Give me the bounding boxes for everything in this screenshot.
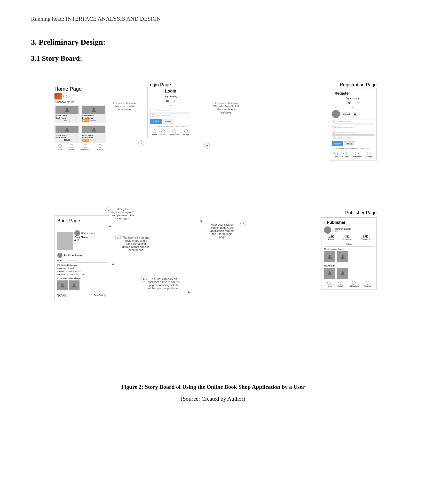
reg-login-link[interactable]: Login here [360, 147, 370, 150]
home-nav-settings[interactable]: Settings [97, 144, 103, 150]
login-submit-btn[interactable]: Submit [150, 119, 162, 124]
home-nav-home[interactable]: Home [58, 144, 62, 150]
reg-camera-icon[interactable]: 📷 [353, 112, 357, 116]
login-header: Login [150, 89, 191, 94]
book-name-3: Book Name [56, 136, 78, 139]
reg-nav-settings[interactable]: Settings [365, 152, 372, 158]
book-page-title: Book Page [57, 218, 107, 224]
reg-nav-home[interactable]: Home [334, 152, 338, 158]
login-register-link[interactable]: Register here [176, 125, 189, 127]
reg-or: OR [332, 106, 374, 109]
reg-signup-label: Signup using [332, 97, 374, 100]
book-publisher-name[interactable]: Publisher Name [64, 254, 82, 257]
section-title: 3. Preliminary Design: [31, 38, 395, 47]
step-6: 6 [141, 276, 147, 282]
running-head: Running head: INTERFACE ANALYSIS AND DES… [31, 16, 395, 22]
reg-have-account: Already have an account? Login here [332, 147, 374, 150]
reg-password-field[interactable]: Enter a password [332, 125, 374, 129]
book-price-tag-2: $8.00 [82, 119, 89, 122]
pub-stat-comments: 312 Comments [342, 235, 352, 240]
book-back-arrow[interactable]: ‹ [57, 225, 107, 229]
login-nav-search[interactable]: Search [160, 129, 166, 135]
book-name-2: Book Name [82, 117, 105, 119]
login-nav-home[interactable]: Home [152, 129, 157, 135]
book-pub-avatar [57, 253, 62, 258]
home-page-title: Home Page [54, 86, 106, 92]
home-book-grid-1: Writer Name Book Name $10.00 Writer Name… [54, 105, 106, 123]
login-facebook-btn[interactable]: f [173, 99, 177, 103]
book-writer-1: Writer Name [56, 114, 78, 117]
also-viewed-img-1[interactable] [57, 280, 68, 290]
book-card-1[interactable]: Writer Name Book Name $10.00 [54, 105, 80, 123]
reg-fullname-field[interactable]: Enter full name [332, 135, 374, 140]
reg-reset-btn[interactable]: Reset [344, 141, 355, 146]
pub-new-label: New books [324, 264, 374, 267]
pub-nav-search[interactable]: Search [337, 281, 343, 287]
book-card-4[interactable]: Writer Name Book Name $8.00 $10.00 [81, 125, 106, 143]
pub-new-book-2[interactable] [337, 268, 348, 279]
reg-nav-notifications[interactable]: Notifications [352, 152, 362, 158]
reg-facebook-btn[interactable]: f [355, 101, 359, 105]
callout-3: After user click on submit button, the a… [199, 223, 246, 239]
login-nav-notifications[interactable]: Notifications [169, 129, 179, 135]
pub-header: Publisher [327, 220, 346, 225]
reg-social-row: G+ f [332, 101, 374, 105]
svg-point-8 [329, 271, 331, 273]
svg-point-0 [66, 108, 68, 110]
hot-list-label: New book hot list [54, 101, 106, 103]
storyboard-container: Home Page New book hot list Writer Name … [31, 73, 395, 373]
book-writer-name: Writer Name [81, 232, 96, 235]
reg-password2-icon [333, 131, 336, 134]
callout-4: Using the registered login ID and passwo… [106, 208, 140, 220]
book-card-3[interactable]: Writer Name Book Name $10.00 [54, 125, 80, 143]
see-cart-btn[interactable]: See Cart 🛒 [93, 294, 107, 297]
pub-pop-book-1[interactable] [324, 251, 335, 262]
home-nav-search[interactable]: Search [69, 144, 74, 150]
pub-nav-settings[interactable]: Settings [365, 281, 371, 287]
pub-stat-followers: 3.7K Followers [361, 235, 369, 240]
customers-viewed-label: Customers also viewed [57, 277, 107, 280]
login-page-label: Login Page [147, 82, 171, 88]
book-price-orig-4: $10.00 [90, 139, 96, 141]
login-password-field[interactable]: Enter password [150, 113, 191, 118]
pub-nav-home[interactable]: Home [327, 281, 332, 287]
login-btn-row: Submit Reset [150, 119, 191, 124]
arrow-4: ▲ [108, 224, 112, 228]
reg-password2-field[interactable]: Enter password again [332, 130, 374, 135]
pub-new-book-1[interactable] [324, 268, 335, 279]
reg-nav-search[interactable]: Search [342, 152, 348, 158]
email-icon [152, 109, 154, 111]
login-nav-settings[interactable]: Settings [183, 129, 189, 135]
reg-submit-btn[interactable]: Submit [332, 141, 343, 146]
publisher-page-panel: ‹ Publisher Publisher Name 4.1/5 1.2K Bo… [321, 217, 377, 290]
reg-google-btn[interactable]: G+ [346, 101, 353, 105]
also-viewed-img-2[interactable] [69, 280, 80, 290]
home-nav-notifications[interactable]: Notifications [81, 144, 90, 150]
book-price: $6500 [57, 293, 67, 297]
login-no-account: Do not have an account? Register here [150, 125, 191, 127]
reg-upload-btn[interactable]: Upload [342, 112, 351, 116]
pub-nav-notifications[interactable]: Notifications [349, 281, 359, 287]
pub-follow-btn[interactable]: Follow [324, 242, 374, 247]
svg-point-3 [93, 128, 95, 130]
login-google-btn[interactable]: G+ [164, 99, 171, 103]
arrow-5: ▲ [111, 262, 115, 266]
book-dimensions: Dimensions: 19 x 2 x 23.5 cm [57, 273, 107, 276]
pub-avatar [324, 226, 331, 234]
login-or: OR [150, 104, 191, 107]
registration-page-panel: ‹ Register Signup using G+ f OR Upload 📷… [329, 88, 377, 161]
book-card-2[interactable]: Writer Name Book Name $8.00 $10.00 [81, 105, 106, 123]
reg-email-icon [333, 120, 336, 123]
book-detail-img [57, 232, 73, 250]
pub-pop-book-2[interactable] [337, 251, 348, 262]
book-tab-reviews[interactable]: 234 Reviews [64, 259, 78, 262]
login-signin-label: Signin using [150, 95, 191, 98]
login-email-field[interactable]: Enter your email [150, 108, 191, 112]
book-tab-info[interactable]: Info [57, 259, 62, 262]
pub-back-arrow[interactable]: ‹ [324, 220, 325, 225]
step-2: 2 [204, 143, 210, 149]
reg-email-field[interactable]: Enter your email [332, 119, 374, 124]
reg-back-arrow[interactable]: ‹ [332, 91, 333, 95]
home-header [54, 93, 106, 100]
login-reset-btn[interactable]: Reset [163, 119, 173, 124]
